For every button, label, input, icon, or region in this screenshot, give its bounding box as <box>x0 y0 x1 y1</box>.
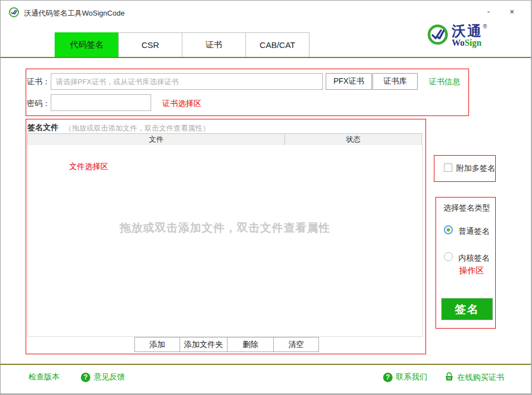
cert-label: 证书： <box>27 77 50 87</box>
column-header-status[interactable]: 状态 <box>284 133 422 146</box>
wosign-logo-text: 沃通® WoSign <box>452 24 487 47</box>
footer-divider <box>1 364 532 365</box>
feedback-label: 意见反馈 <box>94 372 125 382</box>
cert-info-link[interactable]: 证书信息 <box>429 77 460 87</box>
logo-cn-text: 沃通 <box>452 23 483 38</box>
wosign-logo-icon <box>427 24 448 47</box>
contact-us-label: 联系我们 <box>396 372 427 382</box>
buy-cert-label: 在线购买证书 <box>457 373 504 383</box>
app-logo-icon <box>8 7 20 18</box>
app-window: 沃通代码签名工具WoSignCode - × 代码签名 CSR 证书 CAB/C… <box>0 0 532 395</box>
file-drop-list[interactable] <box>27 145 423 337</box>
tab-cert[interactable]: 证书 <box>182 32 246 57</box>
operation-area-note: 操作区 <box>459 266 484 276</box>
radio-normal-sign-label: 普通签名 <box>458 227 490 237</box>
cert-area-note: 证书选择区 <box>162 99 201 109</box>
radio-kernel-sign[interactable] <box>444 252 453 261</box>
feedback-link[interactable]: ? 意见反馈 <box>81 372 125 382</box>
column-header-file[interactable]: 文件 <box>27 133 285 146</box>
password-label: 密码： <box>27 99 50 109</box>
file-table-header: 文件 状态 <box>27 133 423 146</box>
close-button[interactable]: × <box>502 5 521 18</box>
minimize-button[interactable]: - <box>479 5 498 18</box>
multi-sign-checkbox[interactable] <box>444 163 452 172</box>
sign-button[interactable]: 签名 <box>441 298 493 320</box>
multi-sign-label: 附加多签名 <box>456 163 495 174</box>
logo-en-sign: Sign <box>465 38 481 47</box>
logo-registered-mark: ® <box>483 23 487 30</box>
add-file-button[interactable]: 添加 <box>134 337 180 352</box>
title-bar: 沃通代码签名工具WoSignCode - × <box>1 1 531 26</box>
window-title: 沃通代码签名工具WoSignCode <box>24 8 124 18</box>
logo-en-wo: Wo <box>452 38 465 47</box>
cert-input[interactable] <box>51 73 323 90</box>
tab-csr[interactable]: CSR <box>118 32 182 57</box>
password-input[interactable] <box>51 94 151 111</box>
add-folder-button[interactable]: 添加文件夹 <box>180 337 228 352</box>
file-area-note: 文件选择区 <box>69 162 108 172</box>
file-button-row: 添加 添加文件夹 删除 清空 <box>134 337 319 352</box>
question-icon: ? <box>383 373 393 382</box>
radio-kernel-sign-label: 内核签名 <box>458 253 490 263</box>
cert-store-button[interactable]: 证书库 <box>373 73 418 90</box>
wosign-logo: 沃通® WoSign <box>427 24 487 47</box>
file-section-title: 签名文件 <box>27 123 59 133</box>
shopping-basket-icon <box>444 372 454 383</box>
sign-type-title: 选择签名类型 <box>443 203 490 213</box>
check-version-link[interactable]: 检查版本 <box>28 372 60 382</box>
tab-code-sign[interactable]: 代码签名 <box>55 32 119 57</box>
empty-list-hint: 拖放或双击添加文件，双击文件查看属性 <box>27 220 423 235</box>
check-version-label: 检查版本 <box>28 372 60 382</box>
tabbar-divider <box>1 57 532 58</box>
buy-cert-link[interactable]: 在线购买证书 <box>444 372 504 383</box>
tab-cab-cat[interactable]: CAB/CAT <box>245 32 309 57</box>
radio-normal-sign[interactable] <box>444 225 453 234</box>
delete-button[interactable]: 删除 <box>227 337 274 352</box>
pfx-cert-button[interactable]: PFX证书 <box>326 73 372 90</box>
file-section-hint: （拖放或双击添加文件，双击文件查看属性） <box>65 123 210 133</box>
clear-button[interactable]: 清空 <box>273 337 319 352</box>
tab-bar: 代码签名 CSR 证书 CAB/CAT <box>55 32 309 57</box>
contact-us-link[interactable]: ? 联系我们 <box>383 372 427 382</box>
question-icon: ? <box>81 373 90 382</box>
